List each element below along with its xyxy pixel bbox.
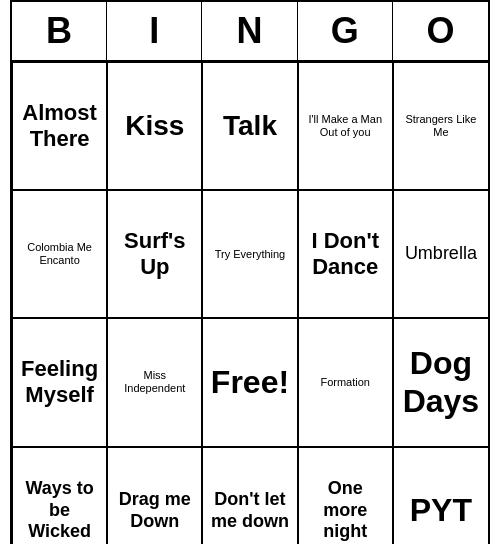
header-letter: O xyxy=(393,2,488,60)
bingo-cell[interactable]: Don't let me down xyxy=(202,447,297,544)
cell-label: Umbrella xyxy=(405,243,477,265)
cell-label: Free! xyxy=(211,363,289,401)
bingo-cell[interactable]: I'll Make a Man Out of you xyxy=(298,62,393,190)
bingo-cell[interactable]: Kiss xyxy=(107,62,202,190)
bingo-cell[interactable]: Dog Days xyxy=(393,318,488,446)
bingo-cell[interactable]: I Don't Dance xyxy=(298,190,393,318)
cell-label: Drag me Down xyxy=(114,489,195,532)
cell-label: I Don't Dance xyxy=(305,228,386,281)
bingo-cell[interactable]: Almost There xyxy=(12,62,107,190)
cell-label: Kiss xyxy=(125,109,184,143)
bingo-cell[interactable]: Ways to be Wicked xyxy=(12,447,107,544)
bingo-cell[interactable]: Umbrella xyxy=(393,190,488,318)
cell-label: Strangers Like Me xyxy=(400,113,482,139)
cell-label: Don't let me down xyxy=(209,489,290,532)
bingo-cell[interactable]: Surf's Up xyxy=(107,190,202,318)
cell-label: I'll Make a Man Out of you xyxy=(305,113,386,139)
bingo-cell[interactable]: Talk xyxy=(202,62,297,190)
cell-label: Colombia Me Encanto xyxy=(19,241,100,267)
bingo-card: BINGO Almost ThereKissTalkI'll Make a Ma… xyxy=(10,0,490,544)
cell-label: Feeling Myself xyxy=(19,356,100,409)
bingo-header: BINGO xyxy=(12,2,488,62)
cell-label: Surf's Up xyxy=(114,228,195,281)
cell-label: Almost There xyxy=(19,100,100,153)
cell-label: Formation xyxy=(320,376,370,389)
bingo-cell[interactable]: Formation xyxy=(298,318,393,446)
bingo-cell[interactable]: Feeling Myself xyxy=(12,318,107,446)
bingo-cell[interactable]: PYT xyxy=(393,447,488,544)
cell-label: Miss Independent xyxy=(114,369,195,395)
cell-label: Try Everything xyxy=(215,248,286,261)
cell-label: Talk xyxy=(223,109,277,143)
header-letter: B xyxy=(12,2,107,60)
bingo-cell[interactable]: Free! xyxy=(202,318,297,446)
cell-label: Dog Days xyxy=(400,344,482,421)
cell-label: PYT xyxy=(410,491,472,529)
header-letter: N xyxy=(202,2,297,60)
header-letter: G xyxy=(298,2,393,60)
bingo-cell[interactable]: Miss Independent xyxy=(107,318,202,446)
bingo-cell[interactable]: Colombia Me Encanto xyxy=(12,190,107,318)
bingo-cell[interactable]: Try Everything xyxy=(202,190,297,318)
cell-label: Ways to be Wicked xyxy=(19,478,100,543)
header-letter: I xyxy=(107,2,202,60)
bingo-cell[interactable]: Drag me Down xyxy=(107,447,202,544)
bingo-cell[interactable]: Strangers Like Me xyxy=(393,62,488,190)
bingo-cell[interactable]: One more night xyxy=(298,447,393,544)
bingo-grid: Almost ThereKissTalkI'll Make a Man Out … xyxy=(12,62,488,544)
cell-label: One more night xyxy=(305,478,386,543)
